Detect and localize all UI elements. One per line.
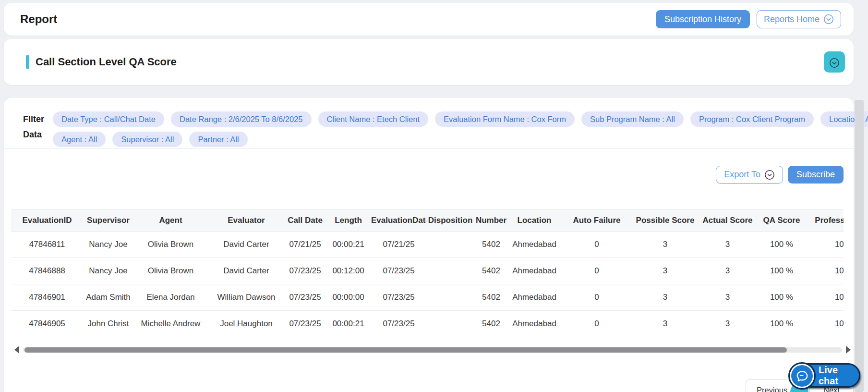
cell-evaluationdate: 07/21/25 [371,232,426,258]
cell-disposition [426,311,474,337]
column-header-number: Number [474,210,508,232]
cell-disposition [426,232,474,258]
cell-auto-failure: 0 [561,258,633,284]
column-header-supervisor: Supervisor [83,210,133,232]
live-chat-widget[interactable]: Live chat [791,363,860,388]
subscribe-button[interactable]: Subscribe [788,166,844,184]
subscribe-label: Subscribe [796,170,835,180]
cell-supervisor: Adam Smith [83,284,133,311]
cell-possible-score: 3 [633,284,698,311]
chevron-down-circle-icon [829,57,840,67]
header-actions: Subscription History Reports Home [656,10,841,28]
filter-pill-client-name[interactable]: Client Name : Etech Client [318,111,429,127]
table-actions: Export To Subscribe [716,166,844,184]
table-row[interactable]: 47846905 John Christ Michelle Andrew Joe… [11,311,844,337]
cell-actual-score: 3 [698,232,758,258]
cell-actual-score: 3 [698,284,758,311]
cell-agent: Olivia Brown [133,232,208,258]
scroll-left-arrow-icon[interactable] [14,346,19,354]
horizontal-scrollbar-thumb[interactable] [24,347,787,353]
cell-call-date: 07/23/25 [285,284,326,311]
cell-auto-failure: 0 [561,232,633,258]
horizontal-scrollbar-track[interactable] [23,347,842,353]
cell-number: 5402 [474,232,508,258]
cell-length: 00:00:21 [326,232,371,258]
cell-evaluationid: 47846905 [11,311,83,337]
chevron-down-circle-icon [764,170,775,180]
cell-possible-score: 3 [633,232,698,258]
cell-evaluator: Joel Haughton [208,311,285,337]
cell-number: 5402 [474,311,508,337]
column-header-evaluationid: EvaluationID [11,210,83,232]
filter-pill-evaluation-form[interactable]: Evaluation Form Name : Cox Form [435,111,575,127]
report-content-card: Filter Data Date Type : Call/Chat Date D… [4,98,854,392]
cell-location: Ahmedabad [508,284,561,311]
section-accent-bar [26,55,29,69]
section-collapse-button[interactable] [824,51,845,73]
reports-home-button[interactable]: Reports Home [757,10,841,28]
column-header-auto-failure: Auto Failure [561,210,633,232]
filter-data-label: Filter Data [23,111,44,142]
cell-professionalism: 100 % [806,311,844,337]
cell-call-date: 07/21/25 [285,232,326,258]
live-chat-label: Live chat [819,365,859,387]
cell-professionalism: 100 % [806,284,844,311]
column-header-evaluator: Evaluator [208,210,285,232]
cell-auto-failure: 0 [561,284,633,311]
column-header-length: Length [326,210,371,232]
filter-pill-partner[interactable]: Partner : All [189,132,247,147]
column-header-disposition: Disposition [426,210,474,232]
cell-professionalism: 100 % [806,232,844,258]
cell-call-date: 07/23/25 [285,258,326,284]
cell-location: Ahmedabad [508,232,561,258]
export-to-button[interactable]: Export To [716,166,783,184]
reports-home-label: Reports Home [764,14,820,24]
cell-qa-score: 100 % [758,284,806,311]
filter-pill-supervisor[interactable]: Supervisor : All [112,132,182,147]
filter-divider [4,148,854,149]
column-header-possible-score: Possible Score [633,210,698,232]
chevron-down-circle-icon [823,14,834,24]
table-row[interactable]: 47846888 Nancy Joe Olivia Brown David Ca… [11,258,844,284]
cell-length: 00:00:21 [326,311,371,337]
cell-actual-score: 3 [698,258,758,284]
table-row[interactable]: 47846901 Adam Smith Elena Jordan William… [11,284,844,311]
cell-evaluationid: 47846811 [11,232,83,258]
cell-evaluator: David Carter [208,258,285,284]
cell-actual-score: 3 [698,311,758,337]
qa-score-table-container: EvaluationID Supervisor Agent Evaluator … [11,209,844,337]
cell-length: 00:12:00 [326,258,371,284]
cell-auto-failure: 0 [561,311,633,337]
cell-supervisor: Nancy Joe [83,258,133,284]
cell-possible-score: 3 [633,311,698,337]
cell-disposition [426,258,474,284]
cell-evaluationid: 47846901 [11,284,83,311]
cell-qa-score: 100 % [758,232,806,258]
cell-disposition [426,284,474,311]
page-title: Report [20,12,57,26]
column-header-qa-score: QA Score [758,210,806,232]
filter-pill-sub-program[interactable]: Sub Program Name : All [581,111,684,127]
column-header-evaluationdate: EvaluationDate [371,210,426,232]
filter-pill-date-range[interactable]: Date Range : 2/6/2025 To 8/6/2025 [171,111,312,127]
cell-location: Ahmedabad [508,311,561,337]
filter-area: Filter Data Date Type : Call/Chat Date D… [4,98,854,147]
export-to-label: Export To [724,170,760,180]
scroll-right-arrow-icon[interactable] [846,346,851,354]
cell-agent: Olivia Brown [133,258,208,284]
cell-evaluator: William Dawson [208,284,285,311]
filter-pill-program[interactable]: Program : Cox Client Program [690,111,814,127]
cell-length: 00:00:00 [326,284,371,311]
subscription-history-button[interactable]: Subscription History [656,10,750,28]
cell-agent: Michelle Andrew [133,311,208,337]
cell-evaluationdate: 07/23/25 [371,284,426,311]
filter-pill-agent[interactable]: Agent : All [53,132,106,147]
cell-evaluationdate: 07/23/25 [371,311,426,337]
cell-evaluationid: 47846888 [11,258,83,284]
cell-possible-score: 3 [633,258,698,284]
filter-pill-date-type[interactable]: Date Type : Call/Chat Date [53,111,164,127]
table-row[interactable]: 47846811 Nancy Joe Olivia Brown David Ca… [11,232,844,258]
vertical-scrollbar[interactable] [855,100,864,392]
table-header-row: EvaluationID Supervisor Agent Evaluator … [11,210,844,232]
cell-professionalism: 100 % [806,258,844,284]
